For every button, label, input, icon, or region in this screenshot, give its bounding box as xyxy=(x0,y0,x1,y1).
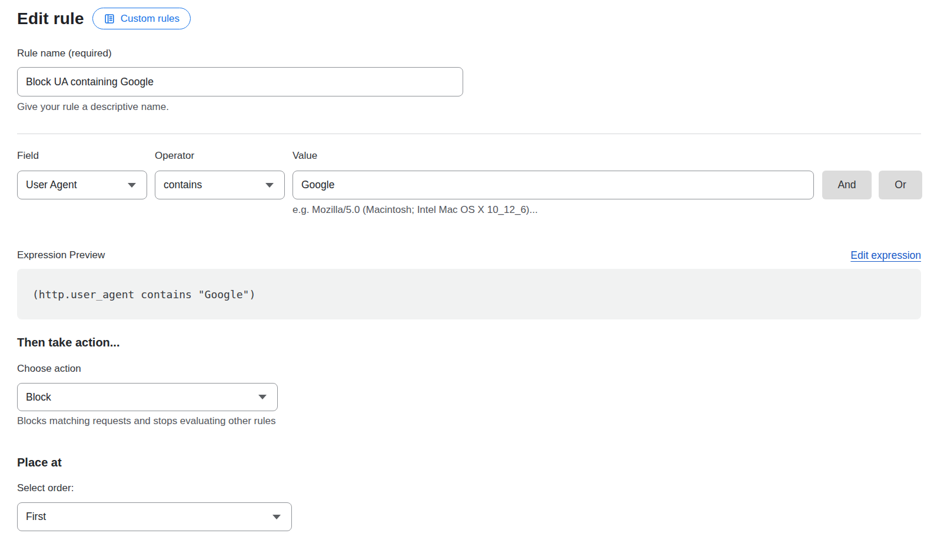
operator-select[interactable]: contains xyxy=(155,171,285,199)
chevron-down-icon xyxy=(128,183,136,188)
value-input[interactable] xyxy=(293,171,814,199)
action-section-heading: Then take action... xyxy=(17,336,119,349)
book-icon xyxy=(104,13,115,25)
value-label: Value xyxy=(293,150,317,162)
place-at-heading: Place at xyxy=(17,456,62,469)
edit-expression-link[interactable]: Edit expression xyxy=(850,249,921,262)
and-button[interactable]: And xyxy=(822,171,872,199)
or-button[interactable]: Or xyxy=(879,171,922,199)
chevron-down-icon xyxy=(272,515,281,519)
expression-code: (http.user_agent contains "Google") xyxy=(32,288,255,301)
chevron-down-icon xyxy=(265,183,274,188)
order-select-value: First xyxy=(26,511,46,523)
value-help: e.g. Mozilla/5.0 (Macintosh; Intel Mac O… xyxy=(293,204,538,216)
rule-name-input[interactable] xyxy=(17,67,463,96)
select-order-label: Select order: xyxy=(17,482,74,494)
section-divider xyxy=(17,134,921,134)
rule-name-help: Give your rule a descriptive name. xyxy=(17,101,169,113)
custom-rules-button[interactable]: Custom rules xyxy=(92,8,191,29)
operator-label: Operator xyxy=(155,150,194,162)
expression-preview-box: (http.user_agent contains "Google") xyxy=(17,269,921,319)
page-title: Edit rule xyxy=(17,9,84,28)
field-select[interactable]: User Agent xyxy=(17,171,147,199)
operator-select-value: contains xyxy=(164,179,202,191)
action-select[interactable]: Block xyxy=(17,383,278,411)
field-select-value: User Agent xyxy=(26,179,77,191)
field-label: Field xyxy=(17,150,39,162)
chevron-down-icon xyxy=(258,395,267,399)
order-select[interactable]: First xyxy=(17,502,292,531)
rule-name-label: Rule name (required) xyxy=(17,48,112,59)
action-help: Blocks matching requests and stops evalu… xyxy=(17,415,275,427)
page-header: Edit rule Custom rules xyxy=(17,8,191,29)
action-select-value: Block xyxy=(26,391,51,404)
custom-rules-label: Custom rules xyxy=(121,13,180,25)
expression-preview-label: Expression Preview xyxy=(17,249,105,261)
choose-action-label: Choose action xyxy=(17,363,81,375)
edit-rule-page: Edit rule Custom rules Rule name (requir… xyxy=(0,0,934,560)
